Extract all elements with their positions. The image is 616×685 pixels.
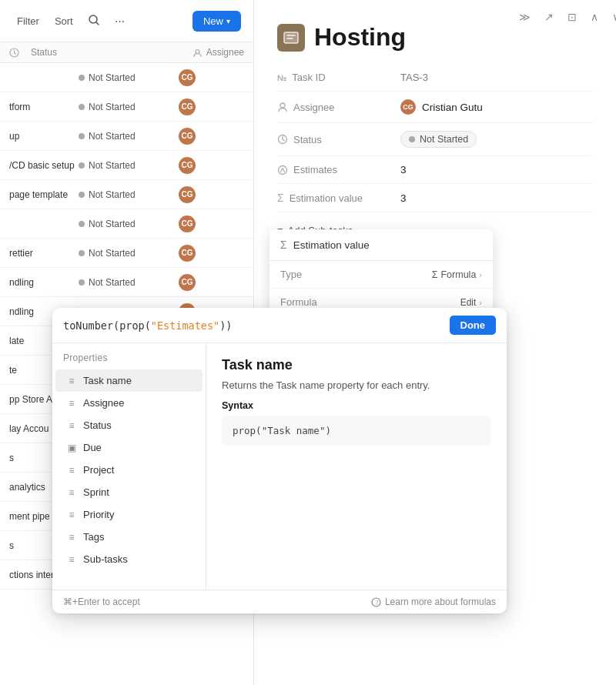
- formula-body: Properties ≡ Task name ≡ Assignee ≡ Stat…: [52, 343, 507, 590]
- expand-icon[interactable]: ≫: [516, 8, 534, 26]
- svg-point-4: [280, 103, 285, 108]
- avatar: CG: [179, 245, 196, 262]
- property-item-subtasks[interactable]: ≡ Sub-tasks: [55, 548, 203, 570]
- calendar-icon: ▣: [66, 443, 77, 453]
- table-row[interactable]: ndling Not Started CG: [0, 268, 253, 297]
- new-button[interactable]: New ▾: [192, 11, 241, 32]
- filter-button[interactable]: Filter: [12, 12, 44, 30]
- status-dot: [409, 136, 415, 142]
- property-item-status[interactable]: ≡ Status: [55, 414, 203, 436]
- list-icon: ≡: [66, 487, 77, 498]
- chevron-down-icon[interactable]: ∨: [609, 8, 616, 26]
- avatar: CG: [179, 274, 196, 291]
- status-pill[interactable]: Not Started: [400, 131, 477, 148]
- status-dot: [79, 162, 85, 169]
- assignee-avatar: CG: [400, 99, 416, 115]
- formula-popup: toNumber(prop("Estimates")) Done Propert…: [52, 308, 507, 613]
- assignee-row[interactable]: Assignee CG Cristian Gutu: [277, 92, 593, 123]
- sigma-icon: Σ: [280, 239, 287, 251]
- formula-input-row: toNumber(prop("Estimates")) Done: [52, 308, 507, 343]
- table-row[interactable]: up Not Started CG: [0, 122, 253, 151]
- formula-footer: ⌘+Enter to accept ? Learn more about for…: [52, 590, 507, 613]
- avatar: CG: [179, 157, 196, 174]
- status-dot: [79, 250, 85, 256]
- list-icon: ≡: [66, 465, 77, 476]
- estimation-popup-header: Σ: [270, 229, 493, 261]
- avatar: CG: [179, 186, 196, 203]
- task-id-row: № Task ID TAS-3: [277, 64, 593, 92]
- task-title: Hosting: [314, 23, 406, 52]
- more-button[interactable]: ⋯: [110, 12, 129, 30]
- property-item-taskname[interactable]: ≡ Task name: [55, 369, 203, 392]
- property-item-project[interactable]: ≡ Project: [55, 459, 203, 481]
- properties-title: Properties: [52, 351, 206, 369]
- table-row[interactable]: page template Not Started CG: [0, 180, 253, 209]
- list-icon: ≡: [66, 398, 77, 409]
- list-icon: ≡: [66, 554, 77, 565]
- table-row[interactable]: Not Started CG: [0, 209, 253, 239]
- doc-desc: Returns the Task name property for each …: [222, 379, 491, 391]
- list-icon: ≡: [66, 510, 77, 520]
- chevron-up-icon[interactable]: ∧: [588, 8, 601, 26]
- property-item-assignee[interactable]: ≡ Assignee: [55, 392, 203, 414]
- doc-panel: Task name Returns the Task name property…: [206, 343, 507, 590]
- table-header: Status Assignee: [0, 42, 253, 63]
- status-dot: [79, 133, 85, 139]
- list-icon: ≡: [66, 376, 77, 386]
- status-dot: [79, 75, 85, 81]
- svg-text:?: ?: [376, 600, 379, 606]
- estimation-name-input[interactable]: [293, 239, 482, 251]
- table-row[interactable]: Not Started CG: [0, 63, 253, 92]
- property-item-tags[interactable]: ≡ Tags: [55, 526, 203, 548]
- search-button[interactable]: [84, 12, 104, 31]
- svg-rect-3: [284, 32, 298, 43]
- estimation-type-row: Type Σ Formula ›: [270, 261, 493, 289]
- chevron-down-icon: ▾: [226, 17, 230, 25]
- avatar: CG: [179, 69, 196, 86]
- list-icon: ≡: [66, 532, 77, 543]
- svg-point-6: [279, 165, 287, 174]
- formula-shortcut: ⌘+Enter to accept: [63, 596, 140, 607]
- property-item-sprint[interactable]: ≡ Sprint: [55, 481, 203, 503]
- svg-point-2: [196, 49, 199, 53]
- sort-button[interactable]: Sort: [50, 12, 78, 30]
- avatar: CG: [179, 99, 196, 115]
- table-row[interactable]: rettier Not Started CG: [0, 239, 253, 268]
- table-row[interactable]: /CD basic setup Not Started CG: [0, 151, 253, 180]
- table-row[interactable]: tform Not Started CG: [0, 92, 253, 122]
- learn-more-link[interactable]: ? Learn more about formulas: [371, 596, 496, 607]
- layout-icon[interactable]: ⊡: [564, 8, 580, 26]
- toolbar: Filter Sort ⋯ New ▾: [0, 0, 253, 42]
- formula-input-text: toNumber(prop("Estimates")): [63, 319, 444, 332]
- estimation-value-row[interactable]: Σ Estimation value 3: [277, 184, 593, 212]
- avatar: CG: [179, 128, 196, 145]
- property-item-priority[interactable]: ≡ Priority: [55, 503, 203, 526]
- list-icon: ≡: [66, 420, 77, 431]
- detail-table: № Task ID TAS-3 Assignee CG Cristian Gut…: [254, 64, 616, 212]
- doc-code: prop("Task name"): [222, 416, 491, 446]
- formula-badge[interactable]: Σ Formula ›: [432, 269, 482, 280]
- properties-panel: Properties ≡ Task name ≡ Assignee ≡ Stat…: [52, 343, 206, 590]
- status-dot: [79, 279, 85, 286]
- estimation-popup: Σ Type Σ Formula › Formula Edit ›: [270, 229, 493, 316]
- done-button[interactable]: Done: [450, 316, 497, 335]
- task-icon: [277, 24, 305, 52]
- estimates-row[interactable]: Estimates 3: [277, 156, 593, 184]
- status-dot: [79, 221, 85, 227]
- status-dot: [79, 104, 85, 110]
- avatar: CG: [179, 216, 196, 232]
- property-item-due[interactable]: ▣ Due: [55, 436, 203, 459]
- top-navigation: ≫ ↗ ⊡ ∧ ∨: [516, 8, 616, 26]
- link-icon[interactable]: ↗: [541, 8, 557, 26]
- doc-syntax: Syntax: [222, 400, 491, 411]
- status-dot: [79, 192, 85, 198]
- status-row[interactable]: Status Not Started: [277, 123, 593, 156]
- edit-formula-button[interactable]: Edit ›: [460, 297, 482, 308]
- doc-title: Task name: [222, 357, 491, 373]
